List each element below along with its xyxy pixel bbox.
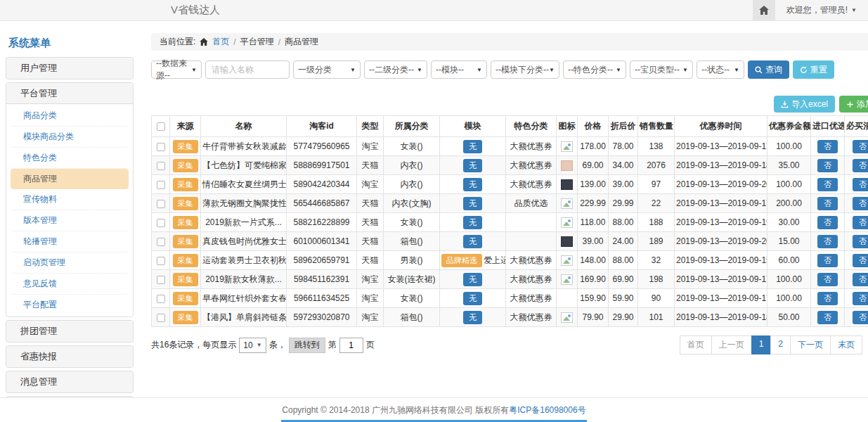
row-checkbox[interactable] — [157, 295, 165, 303]
product-icon — [561, 160, 573, 171]
imported-toggle[interactable]: 否 — [817, 235, 838, 248]
feature-category: 品质优选 — [506, 194, 557, 213]
copyright-text: Copyright © 2014-2018 广州九驰网络科技有限公司 版权所有 — [282, 404, 509, 416]
sidebar-item-promo-material[interactable]: 宣传物料 — [11, 189, 129, 210]
row-checkbox[interactable] — [157, 143, 165, 151]
must-buy-toggle[interactable]: 否 — [853, 197, 868, 210]
imported-toggle[interactable]: 否 — [817, 273, 838, 286]
must-buy-toggle[interactable]: 否 — [853, 159, 868, 172]
sidebar-section-news[interactable]: 省惠快报 — [6, 345, 134, 368]
home-button[interactable] — [753, 0, 775, 20]
level1-category-select[interactable]: 一级分类▼ — [293, 60, 361, 79]
module-sub-select[interactable]: --模块下分类--▼ — [491, 60, 559, 79]
search-button[interactable]: 查询 — [748, 60, 789, 79]
table-row: 采集 牛仔背带裤女秋装减龄... 577479560965 淘宝 女装() 无 … — [152, 137, 868, 156]
taoke-id: 588869917501 — [287, 156, 357, 175]
row-checkbox[interactable] — [157, 238, 165, 246]
home-icon — [759, 6, 769, 15]
page-link[interactable]: 下一页 — [790, 335, 831, 354]
sidebar-section-users[interactable]: 用户管理 — [6, 57, 134, 79]
must-buy-toggle[interactable]: 否 — [853, 292, 868, 305]
sidebar-item-version-management[interactable]: 版本管理 — [11, 210, 129, 231]
sales-count: 22 — [638, 194, 675, 213]
jump-button[interactable]: 跳转到 — [289, 338, 325, 353]
feature-category: 大额优惠券 — [506, 251, 557, 270]
product-category: 男装() — [384, 251, 440, 270]
imported-toggle[interactable]: 否 — [817, 178, 838, 191]
level2-category-select[interactable]: --二级分类--▼ — [364, 60, 427, 79]
refresh-icon — [800, 66, 808, 74]
imported-toggle[interactable]: 否 — [817, 197, 838, 210]
coupon-amount: 100.00 — [767, 137, 811, 156]
taoke-id: 596611634525 — [287, 289, 357, 308]
row-checkbox[interactable] — [157, 181, 165, 189]
sidebar-item-splash-management[interactable]: 启动页管理 — [11, 252, 129, 274]
filter-bar: --数据来源--▼ 一级分类▼ --二级分类--▼ --模块--▼ --模块下分… — [151, 60, 868, 79]
import-excel-button[interactable]: 导入excel — [774, 96, 835, 113]
home-icon — [200, 38, 208, 46]
name-search-input[interactable] — [205, 60, 290, 79]
breadcrumb-home-link[interactable]: 首页 — [212, 36, 229, 48]
module-badge: 无 — [463, 178, 482, 191]
sidebar-item-goods-management[interactable]: 商品管理 — [11, 169, 129, 189]
select-all-checkbox[interactable] — [157, 122, 165, 131]
sidebar-item-platform-config[interactable]: 平台配置 — [11, 295, 129, 315]
coupon-time: 2019-09-13—2019-09-20 — [675, 232, 767, 251]
row-checkbox[interactable] — [157, 257, 165, 265]
source-badge: 采集 — [173, 159, 198, 172]
status-select[interactable]: --状态--▼ — [697, 60, 744, 79]
imported-toggle[interactable]: 否 — [817, 159, 838, 172]
imported-toggle[interactable]: 否 — [817, 311, 838, 324]
coupon-amount: 100.00 — [767, 175, 811, 194]
product-name: 【七色纺】可爱纯棉家... — [201, 156, 287, 175]
sidebar-section-groupbuy[interactable]: 拼团管理 — [6, 320, 134, 343]
must-buy-toggle[interactable]: 否 — [853, 235, 868, 248]
row-checkbox[interactable] — [157, 314, 165, 322]
must-buy-toggle[interactable]: 否 — [853, 254, 868, 267]
caret-down-icon: ▼ — [616, 67, 621, 73]
source-badge: 采集 — [173, 197, 198, 210]
product-category: 内衣(文胸) — [384, 194, 440, 213]
sidebar-item-carousel-management[interactable]: 轮播管理 — [11, 231, 129, 252]
reset-button[interactable]: 重置 — [793, 60, 834, 79]
row-checkbox[interactable] — [157, 219, 165, 227]
sidebar-section-messages[interactable]: 消息管理 — [6, 371, 134, 393]
discount-price: 34.00 — [609, 156, 638, 175]
sidebar-item-module-goods-category[interactable]: 模块商品分类 — [11, 127, 129, 148]
icp-link[interactable]: 粤ICP备16098006号 — [509, 404, 585, 416]
must-buy-toggle[interactable]: 否 — [853, 140, 868, 153]
price: 178.00 — [578, 137, 609, 156]
imported-toggle[interactable]: 否 — [817, 292, 838, 305]
must-buy-toggle[interactable]: 否 — [853, 216, 868, 229]
product-type: 天猫 — [357, 232, 384, 251]
must-buy-toggle[interactable]: 否 — [853, 311, 868, 324]
page-link[interactable]: 1 — [751, 335, 772, 354]
page-link[interactable]: 末页 — [830, 335, 862, 354]
module-extra: 爱上运动 — [484, 255, 506, 265]
platform-submenu: 商品分类 模块商品分类 特色分类 商品管理 宣传物料 版本管理 轮播管理 启动页… — [6, 104, 133, 316]
user-menu[interactable]: 欢迎您，管理员! ▼ — [775, 4, 868, 16]
imported-toggle[interactable]: 否 — [817, 216, 838, 229]
imported-toggle[interactable]: 否 — [817, 254, 838, 267]
add-button[interactable]: 添加 — [839, 96, 868, 113]
taoke-id: 589620659791 — [287, 251, 357, 270]
source-select[interactable]: --数据来源--▼ — [151, 60, 202, 79]
sidebar-section-label[interactable]: 平台管理 — [6, 83, 133, 104]
module-select[interactable]: --模块--▼ — [431, 60, 487, 79]
row-checkbox[interactable] — [157, 276, 165, 284]
page-number-input[interactable] — [339, 338, 363, 353]
per-page-select[interactable]: 10▼ — [239, 338, 266, 353]
must-buy-toggle[interactable]: 否 — [853, 273, 868, 286]
page-link[interactable]: 2 — [770, 335, 791, 354]
row-checkbox[interactable] — [157, 200, 165, 208]
sales-count: 90 — [638, 289, 675, 308]
sidebar-item-feature-category[interactable]: 特色分类 — [11, 148, 129, 169]
taoke-id: 597293020870 — [287, 308, 357, 327]
row-checkbox[interactable] — [157, 162, 165, 170]
must-buy-toggle[interactable]: 否 — [853, 178, 868, 191]
feature-category-select[interactable]: --特色分类--▼ — [563, 60, 626, 79]
sidebar-item-feedback[interactable]: 意见反馈 — [11, 274, 129, 295]
item-type-select[interactable]: --宝贝类型--▼ — [630, 60, 693, 79]
sidebar-item-goods-category[interactable]: 商品分类 — [11, 106, 129, 127]
imported-toggle[interactable]: 否 — [817, 140, 838, 153]
